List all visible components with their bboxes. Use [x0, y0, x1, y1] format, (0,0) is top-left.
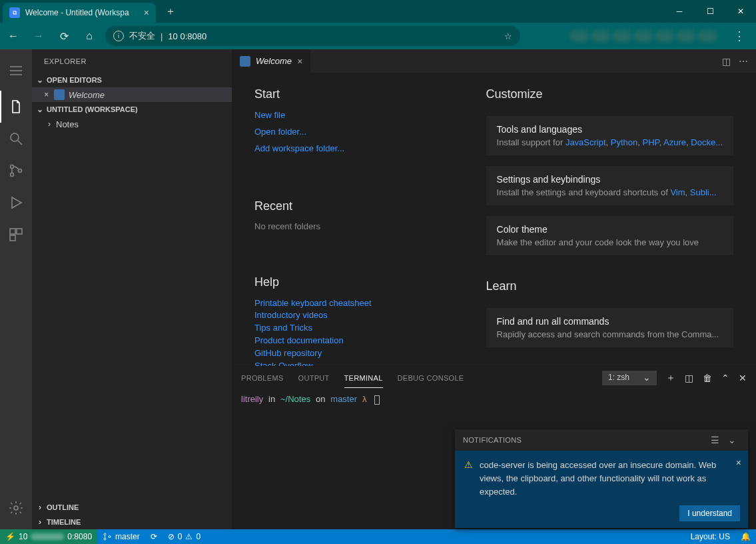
extension-icon[interactable] [569, 30, 589, 42]
svg-point-7 [14, 506, 18, 510]
close-icon[interactable]: × [736, 457, 741, 468]
search-icon[interactable] [0, 123, 32, 155]
notifications-popup: NOTIFICATIONS ☰ ⌄ ⚠ code-server is being… [455, 429, 748, 528]
help-link[interactable]: Stack Overflow [254, 360, 466, 366]
folder-notes[interactable]: ›Notes [32, 117, 232, 131]
svg-rect-6 [10, 235, 15, 241]
help-link[interactable]: Product documentation [254, 335, 466, 347]
home-button[interactable]: ⌂ [80, 27, 99, 45]
layout-status[interactable]: Layout: US [685, 529, 735, 544]
terminal-select[interactable]: 1: zsh [602, 371, 657, 385]
cursor-icon [374, 395, 380, 405]
new-tab-button[interactable]: ＋ [156, 5, 185, 19]
card-find-commands[interactable]: Find and run all commands Rapidly access… [486, 308, 733, 347]
extensions-icon[interactable] [0, 219, 32, 251]
more-actions-icon[interactable]: ⋯ [739, 56, 748, 67]
close-icon[interactable]: × [44, 90, 49, 99]
reload-button[interactable]: ⟳ [55, 27, 73, 45]
new-terminal-icon[interactable]: ＋ [666, 372, 675, 384]
svg-point-3 [19, 169, 22, 173]
address-bar[interactable]: i 不安全 | 10 0:8080 ☆ [105, 26, 520, 46]
forward-button[interactable]: → [29, 27, 48, 45]
chevron-down-icon: ⌄ [35, 105, 45, 114]
help-link[interactable]: Introductory videos [254, 309, 466, 322]
help-link[interactable]: Tips and Tricks [254, 322, 466, 335]
extension-icon[interactable] [697, 30, 717, 42]
inline-link[interactable]: JavaScript [566, 137, 606, 147]
back-button[interactable]: ← [4, 27, 23, 45]
card-tools-languages[interactable]: Tools and languages Install support for … [486, 116, 733, 155]
remote-indicator[interactable]: ⚡100:8080 [0, 529, 97, 544]
open-editor-welcome[interactable]: × Welcome [32, 87, 232, 102]
problems-status[interactable]: ⊘0⚠0 [163, 529, 206, 544]
add-workspace-link[interactable]: Add workspace folder... [254, 143, 466, 155]
outline-section[interactable]: ›OUTLINE [32, 500, 232, 515]
explorer-icon[interactable] [0, 91, 32, 123]
menu-icon[interactable] [0, 55, 32, 87]
insecure-label: 不安全 [129, 30, 155, 42]
inline-link[interactable]: Azure [663, 137, 686, 147]
status-bar: ⚡100:8080 master ⟳ ⊘0⚠0 Layout: US 🔔 [0, 529, 756, 544]
inline-link[interactable]: Python [611, 137, 637, 147]
browser-menu-icon[interactable]: ⋮ [727, 29, 752, 43]
site-info-icon[interactable]: i [113, 31, 124, 41]
new-file-link[interactable]: New file [254, 109, 466, 122]
window-minimize-button[interactable]: ─ [664, 0, 695, 23]
editor-tabs: Welcome × ◫ ⋯ [232, 49, 756, 73]
help-link[interactable]: GitHub repository [254, 347, 466, 360]
inline-link[interactable]: Vim [670, 187, 685, 197]
help-link[interactable]: Printable keyboard cheatsheet [254, 297, 466, 310]
source-control-icon[interactable] [0, 155, 32, 187]
split-terminal-icon[interactable]: ◫ [685, 373, 693, 383]
git-branch[interactable]: master [97, 529, 145, 544]
extension-icon[interactable] [591, 30, 611, 42]
extension-icon[interactable] [612, 30, 632, 42]
window-close-button[interactable]: ✕ [725, 0, 756, 23]
panel-tab-terminal[interactable]: TERMINAL [344, 369, 383, 388]
debug-icon[interactable] [0, 187, 32, 219]
recent-heading: Recent [254, 199, 466, 213]
browser-tab[interactable]: ⧉ Welcome - Untitled (Workspa × [3, 3, 156, 23]
i-understand-button[interactable]: I understand [679, 505, 740, 521]
file-icon [240, 56, 250, 67]
timeline-section[interactable]: ›TIMELINE [32, 515, 232, 529]
svg-rect-5 [17, 229, 22, 234]
inline-link[interactable]: Docke... [691, 137, 723, 147]
panel-tab-debug console[interactable]: DEBUG CONSOLE [398, 369, 464, 387]
warning-icon: ⚠ [464, 459, 473, 499]
panel-tab-output[interactable]: OUTPUT [298, 369, 330, 387]
tab-welcome[interactable]: Welcome × [232, 49, 311, 73]
split-editor-icon[interactable]: ◫ [722, 56, 731, 67]
workspace-section[interactable]: ⌄UNTITLED (WORKSPACE) [32, 102, 232, 117]
extension-icon[interactable] [633, 30, 653, 42]
inline-link[interactable]: Subli... [690, 187, 717, 197]
gear-icon[interactable] [0, 492, 32, 524]
panel-tab-problems[interactable]: PROBLEMS [241, 369, 284, 387]
extension-icon[interactable] [676, 30, 696, 42]
window-maximize-button[interactable]: ☐ [695, 0, 725, 23]
open-folder-link[interactable]: Open folder... [254, 126, 466, 139]
notification-text: code-server is being accessed over an in… [480, 459, 739, 499]
bookmark-icon[interactable]: ☆ [504, 31, 512, 41]
notifications-title: NOTIFICATIONS [463, 436, 522, 444]
open-editors-section[interactable]: ⌄OPEN EDITORS [32, 73, 232, 87]
bell-icon[interactable]: 🔔 [735, 529, 756, 544]
tab-close-icon[interactable]: × [144, 7, 149, 18]
svg-point-1 [11, 165, 14, 169]
notification-item: ⚠ code-server is being accessed over an … [455, 451, 748, 528]
activity-bar [0, 49, 32, 529]
inline-link[interactable]: PHP [643, 137, 659, 147]
card-settings-keybindings[interactable]: Settings and keybindings Install the set… [486, 166, 733, 205]
close-panel-icon[interactable]: ✕ [739, 373, 747, 383]
maximize-panel-icon[interactable]: ⌃ [721, 373, 729, 383]
close-icon[interactable]: × [297, 56, 302, 67]
help-heading: Help [254, 275, 466, 289]
sync-button[interactable]: ⟳ [145, 529, 163, 544]
collapse-notifications-icon[interactable]: ⌄ [724, 435, 740, 445]
svg-point-10 [109, 536, 111, 538]
clear-notifications-icon[interactable]: ☰ [707, 435, 723, 445]
svg-point-2 [11, 173, 14, 177]
extension-icon[interactable] [655, 30, 675, 42]
card-color-theme[interactable]: Color theme Make the editor and your cod… [486, 216, 733, 255]
kill-terminal-icon[interactable]: 🗑 [703, 373, 712, 383]
